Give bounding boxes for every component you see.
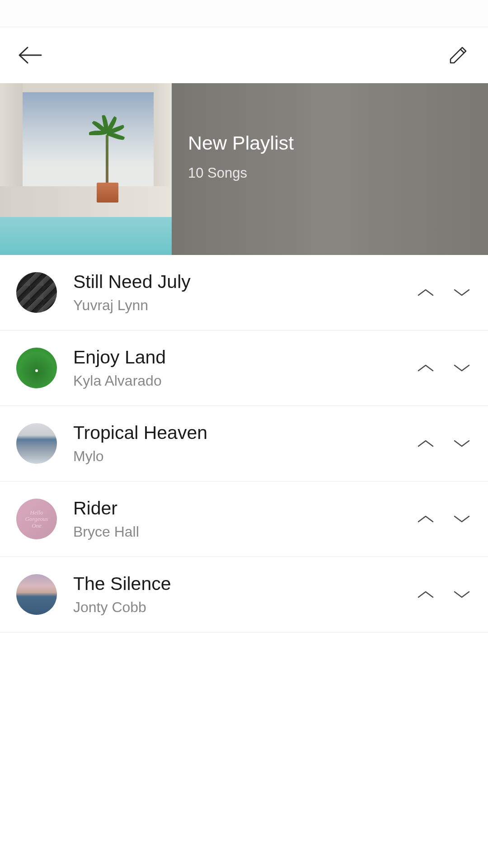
back-button[interactable]	[16, 42, 43, 69]
playlist-title: New Playlist	[188, 132, 472, 154]
song-list: Still Need July Yuvraj Lynn Enjoy Land K…	[0, 255, 488, 632]
song-meta: Tropical Heaven Mylo	[73, 422, 416, 465]
song-meta: Rider Bryce Hall	[73, 498, 416, 540]
song-item[interactable]: The Silence Jonty Cobb	[0, 557, 488, 632]
song-controls	[416, 585, 472, 604]
song-title: Enjoy Land	[73, 347, 416, 368]
song-controls	[416, 509, 472, 529]
song-thumbnail	[16, 272, 57, 313]
song-thumbnail	[16, 348, 57, 388]
song-meta: Still Need July Yuvraj Lynn	[73, 271, 416, 314]
song-meta: The Silence Jonty Cobb	[73, 573, 416, 616]
song-title: Tropical Heaven	[73, 422, 416, 443]
song-title: The Silence	[73, 573, 416, 594]
song-thumbnail: HelloGorgeousOne	[16, 499, 57, 539]
song-item[interactable]: HelloGorgeousOne Rider Bryce Hall	[0, 481, 488, 557]
song-meta: Enjoy Land Kyla Alvarado	[73, 347, 416, 389]
song-title: Still Need July	[73, 271, 416, 292]
move-down-button[interactable]	[452, 585, 472, 604]
chevron-up-icon	[417, 514, 435, 524]
chevron-down-icon	[453, 438, 471, 449]
song-controls	[416, 434, 472, 453]
song-title: Rider	[73, 498, 416, 519]
song-artist: Yuvraj Lynn	[73, 297, 416, 314]
playlist-cover-art	[0, 83, 172, 255]
song-artist: Mylo	[73, 448, 416, 465]
move-down-button[interactable]	[452, 434, 472, 453]
move-down-button[interactable]	[452, 509, 472, 529]
playlist-info: New Playlist 10 Songs	[172, 83, 488, 255]
chevron-up-icon	[417, 363, 435, 373]
song-thumbnail	[16, 574, 57, 615]
edit-button[interactable]	[445, 42, 472, 69]
move-up-button[interactable]	[416, 358, 436, 378]
playlist-banner: New Playlist 10 Songs	[0, 83, 488, 255]
playlist-song-count: 10 Songs	[188, 165, 472, 181]
move-up-button[interactable]	[416, 283, 436, 302]
song-item[interactable]: Still Need July Yuvraj Lynn	[0, 255, 488, 330]
chevron-down-icon	[453, 514, 471, 524]
header	[0, 27, 488, 83]
song-artist: Jonty Cobb	[73, 599, 416, 616]
song-item[interactable]: Enjoy Land Kyla Alvarado	[0, 330, 488, 406]
song-artist: Kyla Alvarado	[73, 373, 416, 389]
move-down-button[interactable]	[452, 283, 472, 302]
move-up-button[interactable]	[416, 434, 436, 453]
pencil-icon	[447, 44, 469, 66]
song-item[interactable]: Tropical Heaven Mylo	[0, 406, 488, 481]
chevron-down-icon	[453, 363, 471, 373]
chevron-down-icon	[453, 589, 471, 600]
chevron-up-icon	[417, 287, 435, 298]
move-up-button[interactable]	[416, 509, 436, 529]
move-down-button[interactable]	[452, 358, 472, 378]
chevron-down-icon	[453, 287, 471, 298]
song-thumbnail	[16, 423, 57, 464]
move-up-button[interactable]	[416, 585, 436, 604]
song-controls	[416, 283, 472, 302]
chevron-up-icon	[417, 438, 435, 449]
status-bar	[0, 0, 488, 27]
song-controls	[416, 358, 472, 378]
song-artist: Bryce Hall	[73, 524, 416, 540]
arrow-left-icon	[18, 46, 42, 64]
chevron-up-icon	[417, 589, 435, 600]
